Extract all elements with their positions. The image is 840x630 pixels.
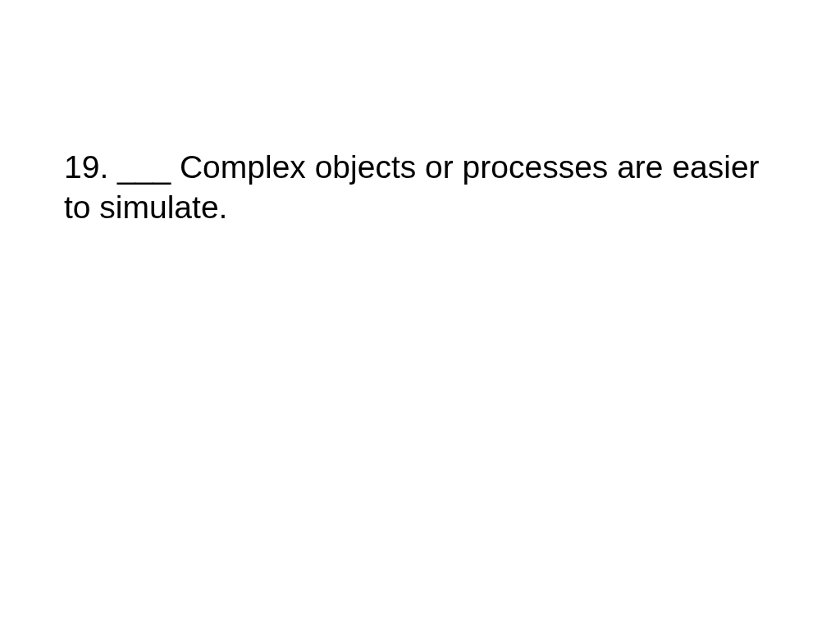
slide-container: 19. ___ Complex objects or processes are… xyxy=(0,0,840,630)
question-text: 19. ___ Complex objects or processes are… xyxy=(64,148,776,228)
